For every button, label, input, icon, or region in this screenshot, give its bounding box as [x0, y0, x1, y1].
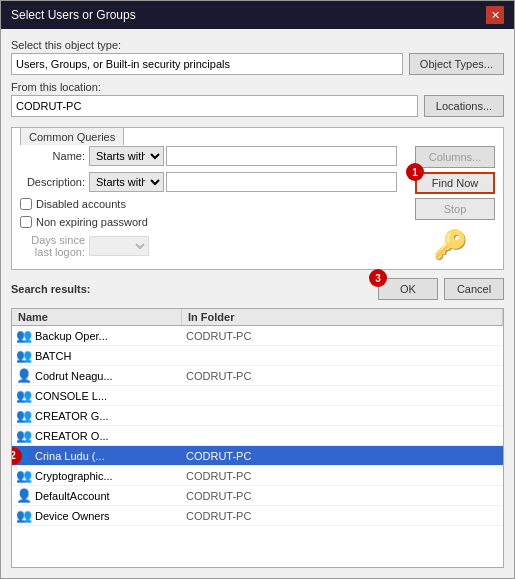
ok-button[interactable]: OK — [378, 278, 438, 300]
row-name-text: Codrut Neagu... — [35, 370, 113, 382]
close-button[interactable]: ✕ — [486, 6, 504, 24]
name-row: Name: Starts with — [20, 146, 397, 166]
results-table: Name In Folder 👥Backup Oper...CODRUT-PC👥… — [11, 308, 504, 568]
row-name-text: CREATOR O... — [35, 430, 109, 442]
disabled-accounts-label[interactable]: Disabled accounts — [36, 198, 126, 210]
select-users-dialog: Select Users or Groups ✕ Select this obj… — [0, 0, 515, 579]
user-icon: 👤 — [16, 368, 32, 383]
col-header-folder[interactable]: In Folder — [182, 309, 503, 325]
days-since-label: Days since last logon: — [20, 234, 85, 258]
row-folder-text: CODRUT-PC — [182, 328, 503, 344]
table-row[interactable]: 👥BATCH — [12, 346, 503, 366]
row-name-text: DefaultAccount — [35, 490, 110, 502]
object-type-input[interactable] — [11, 53, 403, 75]
dialog-title: Select Users or Groups — [11, 8, 136, 22]
row-name-text: BATCH — [35, 350, 71, 362]
row-folder-text: CODRUT-PC — [182, 468, 503, 484]
locations-button[interactable]: Locations... — [424, 95, 504, 117]
common-queries-group: Common Queries Name: Starts with — [11, 127, 504, 270]
row-folder-text: CODRUT-PC — [182, 448, 503, 464]
table-row[interactable]: 👥CREATOR G... — [12, 406, 503, 426]
row-folder-text — [182, 394, 503, 398]
col-header-name[interactable]: Name — [12, 309, 182, 325]
location-input[interactable] — [11, 95, 418, 117]
days-since-select[interactable] — [89, 236, 149, 256]
name-filter-input[interactable] — [166, 146, 397, 166]
table-row[interactable]: 👤Codrut Neagu...CODRUT-PC — [12, 366, 503, 386]
object-types-button[interactable]: Object Types... — [409, 53, 504, 75]
location-section: From this location: Locations... — [11, 81, 504, 117]
cancel-button[interactable]: Cancel — [444, 278, 504, 300]
table-row[interactable]: 👤DefaultAccountCODRUT-PC — [12, 486, 503, 506]
desc-filter-select[interactable]: Starts with — [89, 172, 164, 192]
search-results-label: Search results: — [11, 283, 90, 295]
table-row[interactable]: 👥Backup Oper...CODRUT-PC — [12, 326, 503, 346]
results-body: 👥Backup Oper...CODRUT-PC👥BATCH👤Codrut Ne… — [12, 326, 503, 526]
group-right: Columns... 1 Find Now Stop 🔑 — [405, 146, 495, 261]
disabled-accounts-checkbox[interactable] — [20, 198, 32, 210]
row-folder-text: CODRUT-PC — [182, 368, 503, 384]
row-folder-text — [182, 434, 503, 438]
description-row: Description: Starts with — [20, 172, 397, 192]
ok-badge-wrapper: 3 OK — [378, 278, 438, 300]
row-name-text: CONSOLE L... — [35, 390, 107, 402]
user-icon: 👥 — [16, 388, 32, 403]
location-label: From this location: — [11, 81, 504, 93]
results-header: Name In Folder — [12, 309, 503, 326]
nonexpiring-password-label[interactable]: Non expiring password — [36, 216, 148, 228]
find-now-wrapper: 1 Find Now — [415, 172, 495, 194]
stop-button[interactable]: Stop — [415, 198, 495, 220]
row-name-text: Device Owners — [35, 510, 110, 522]
badge-3: 3 — [369, 269, 387, 287]
find-now-button[interactable]: Find Now — [415, 172, 495, 194]
user-icon: 👥 — [16, 468, 32, 483]
user-icon: 👥 — [16, 348, 32, 363]
bottom-row: Search results: 3 OK Cancel — [11, 276, 504, 302]
row-folder-text: CODRUT-PC — [182, 488, 503, 504]
row-name-text: Crina Ludu (... — [35, 450, 105, 462]
row-name-text: Backup Oper... — [35, 330, 108, 342]
days-since-logon-row: Days since last logon: — [20, 234, 397, 258]
table-row[interactable]: 👥Cryptographic...CODRUT-PC — [12, 466, 503, 486]
desc-label: Description: — [20, 176, 85, 188]
table-row[interactable]: 👥CREATOR O... — [12, 426, 503, 446]
row-folder-text — [182, 414, 503, 418]
row-name-text: CREATOR G... — [35, 410, 109, 422]
object-type-label: Select this object type: — [11, 39, 504, 51]
user-icon: 👥 — [16, 408, 32, 423]
group-left: Name: Starts with Description: — [20, 146, 397, 261]
badge-1: 1 — [406, 163, 424, 181]
table-row[interactable]: 2👤Crina Ludu (... CODRUT-PC — [12, 446, 503, 466]
common-queries-tab[interactable]: Common Queries — [20, 127, 124, 145]
user-icon: 👤 — [16, 488, 32, 503]
disabled-accounts-row: Disabled accounts — [20, 198, 397, 210]
user-icon: 👥 — [16, 328, 32, 343]
nonexpiring-password-checkbox[interactable] — [20, 216, 32, 228]
table-row[interactable]: 👥Device OwnersCODRUT-PC — [12, 506, 503, 526]
nonexpiring-password-row: Non expiring password — [20, 216, 397, 228]
table-row[interactable]: 👥CONSOLE L... — [12, 386, 503, 406]
group-content: Name: Starts with Description: — [20, 146, 495, 261]
title-bar: Select Users or Groups ✕ — [1, 1, 514, 29]
object-type-section: Select this object type: Object Types... — [11, 39, 504, 75]
name-filter-select[interactable]: Starts with — [89, 146, 164, 166]
user-icon: 👥 — [16, 428, 32, 443]
bottom-buttons: 3 OK Cancel — [378, 278, 504, 300]
dialog-body: Select this object type: Object Types...… — [1, 29, 514, 578]
desc-filter-input[interactable] — [166, 172, 397, 192]
name-label: Name: — [20, 150, 85, 162]
key-icon: 🔑 — [433, 228, 468, 261]
row-folder-text — [182, 354, 503, 358]
row-folder-text: CODRUT-PC — [182, 508, 503, 524]
user-icon: 👥 — [16, 508, 32, 523]
row-name-text: Cryptographic... — [35, 470, 113, 482]
columns-button[interactable]: Columns... — [415, 146, 495, 168]
